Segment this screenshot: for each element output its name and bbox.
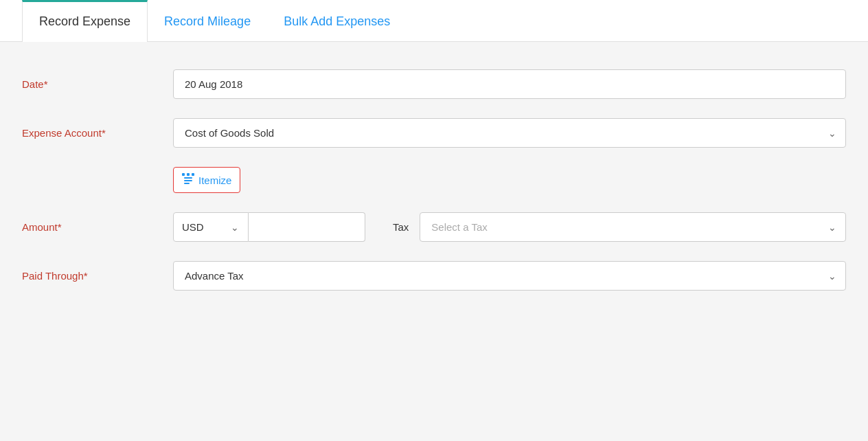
- tax-label: Tax: [393, 221, 409, 233]
- paid-through-row: Paid Through* Advance Tax Cash Credit Ca…: [22, 261, 846, 291]
- amount-row: Amount* USD EUR GBP CAD ⌄ Tax: [22, 212, 846, 242]
- date-input[interactable]: [173, 69, 846, 99]
- svg-rect-0: [187, 173, 190, 176]
- expense-account-row: Expense Account* Cost of Goods Sold Offi…: [22, 118, 846, 148]
- paid-through-label: Paid Through*: [22, 270, 173, 282]
- currency-select-wrapper: USD EUR GBP CAD ⌄: [173, 212, 249, 242]
- tax-select[interactable]: Select a Tax GST VAT HST: [420, 212, 846, 242]
- expense-account-select[interactable]: Cost of Goods Sold Office Supplies Trave…: [173, 118, 846, 148]
- expense-account-select-wrapper: Cost of Goods Sold Office Supplies Trave…: [173, 118, 846, 148]
- itemize-icon: [182, 173, 194, 187]
- tax-select-wrapper: Select a Tax GST VAT HST ⌄: [420, 212, 846, 242]
- paid-through-select[interactable]: Advance Tax Cash Credit Card Bank Accoun…: [173, 261, 846, 291]
- tab-bulk-add-expenses-label: Bulk Add Expenses: [284, 14, 390, 28]
- page-container: Record Expense Record Mileage Bulk Add E…: [0, 0, 868, 441]
- svg-rect-5: [184, 183, 190, 184]
- svg-rect-4: [184, 180, 192, 181]
- itemize-row: Itemize: [173, 167, 846, 193]
- date-field: [173, 69, 846, 99]
- tab-record-mileage[interactable]: Record Mileage: [148, 2, 267, 41]
- tab-record-expense-label: Record Expense: [39, 14, 130, 28]
- paid-through-select-wrapper: Advance Tax Cash Credit Card Bank Accoun…: [173, 261, 846, 291]
- expense-account-field: Cost of Goods Sold Office Supplies Trave…: [173, 118, 846, 148]
- tab-bulk-add-expenses[interactable]: Bulk Add Expenses: [267, 2, 407, 41]
- amount-field: USD EUR GBP CAD ⌄ Tax Select a Tax GST: [173, 212, 846, 242]
- date-row: Date*: [22, 69, 846, 99]
- date-label: Date*: [22, 78, 173, 90]
- expense-account-label: Expense Account*: [22, 127, 173, 139]
- svg-rect-1: [182, 173, 185, 176]
- paid-through-field: Advance Tax Cash Credit Card Bank Accoun…: [173, 261, 846, 291]
- tab-record-expense[interactable]: Record Expense: [22, 0, 148, 42]
- currency-select[interactable]: USD EUR GBP CAD: [173, 212, 249, 242]
- form-container: Date* Expense Account* Cost of Goods Sol…: [0, 42, 868, 337]
- tabs-container: Record Expense Record Mileage Bulk Add E…: [0, 0, 868, 42]
- amount-label: Amount*: [22, 221, 173, 233]
- itemize-label: Itemize: [198, 174, 231, 186]
- amount-input[interactable]: [249, 212, 365, 242]
- amount-controls: USD EUR GBP CAD ⌄ Tax Select a Tax GST: [173, 212, 846, 242]
- svg-rect-3: [184, 177, 192, 179]
- itemize-button[interactable]: Itemize: [173, 167, 240, 193]
- tab-record-mileage-label: Record Mileage: [164, 14, 251, 28]
- svg-rect-2: [192, 173, 194, 176]
